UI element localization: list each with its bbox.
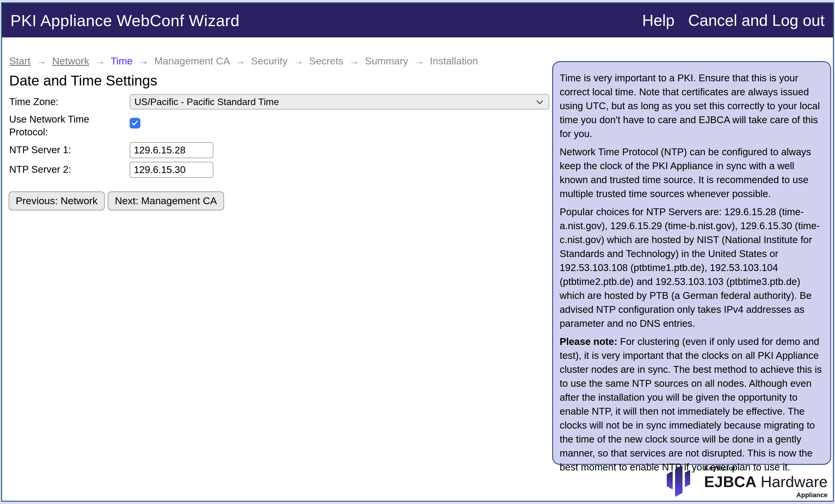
logo-ejbca-label: EJBCA bbox=[704, 473, 756, 490]
breadcrumb-item-start[interactable]: Start bbox=[9, 55, 30, 66]
breadcrumb-separator: → bbox=[36, 55, 46, 66]
breadcrumb-item-secrets: Secrets bbox=[309, 55, 343, 66]
logo-keyfactor-label: Keyfactor bbox=[704, 464, 828, 472]
breadcrumb-item-summary: Summary bbox=[365, 55, 408, 66]
keyfactor-logo-icon bbox=[667, 465, 696, 497]
ejbca-logo: Keyfactor EJBCA Hardware Appliance bbox=[667, 464, 828, 498]
logo-main-label: EJBCA Hardware bbox=[704, 473, 828, 490]
ntp-server-1-label: NTP Server 1: bbox=[9, 144, 130, 157]
app-title: PKI Appliance WebConf Wizard bbox=[11, 11, 240, 30]
breadcrumb-separator: → bbox=[293, 55, 303, 66]
ntp-server-2-label: NTP Server 2: bbox=[9, 163, 130, 176]
breadcrumb-item-installation: Installation bbox=[430, 55, 478, 66]
help-paragraph: Time is very important to a PKI. Ensure … bbox=[559, 71, 823, 141]
note-prefix: Please note: bbox=[559, 336, 617, 347]
breadcrumb-item-security: Security bbox=[251, 55, 287, 66]
breadcrumb-separator: → bbox=[349, 55, 359, 66]
ntp-server-1-input[interactable] bbox=[130, 142, 213, 158]
breadcrumb-separator: → bbox=[414, 55, 424, 66]
cancel-logout-link[interactable]: Cancel and Log out bbox=[688, 11, 824, 29]
page-frame: PKI Appliance WebConf Wizard Help Cancel… bbox=[1, 2, 834, 502]
timezone-select-wrap: US/Pacific - Pacific Standard Time bbox=[130, 94, 549, 109]
note-body: For clustering (even if only used for de… bbox=[559, 336, 822, 472]
timezone-select[interactable]: US/Pacific - Pacific Standard Time bbox=[130, 94, 549, 109]
checkmark-icon bbox=[132, 119, 138, 125]
logo-appliance-label: Appliance bbox=[796, 491, 828, 499]
previous-button[interactable]: Previous: Network bbox=[8, 191, 105, 210]
breadcrumb-item-time: Time bbox=[111, 55, 133, 66]
breadcrumb-separator: → bbox=[138, 55, 148, 66]
logo-text: Keyfactor EJBCA Hardware Appliance bbox=[704, 464, 828, 498]
ntp-checkbox[interactable] bbox=[130, 118, 140, 128]
help-panel: Time is very important to a PKI. Ensure … bbox=[552, 61, 831, 465]
help-paragraph: Popular choices for NTP Servers are: 129… bbox=[559, 205, 823, 330]
logo-hardware-label: Hardware bbox=[761, 473, 828, 490]
help-paragraph: Network Time Protocol (NTP) can be confi… bbox=[559, 145, 823, 201]
ntp-checkbox-label: Use Network Time Protocol: bbox=[9, 113, 130, 139]
ntp-server-2-input[interactable] bbox=[130, 162, 213, 178]
app-header: PKI Appliance WebConf Wizard Help Cancel… bbox=[2, 3, 833, 37]
breadcrumb-item-network[interactable]: Network bbox=[52, 55, 89, 66]
help-link[interactable]: Help bbox=[642, 11, 674, 29]
header-links: Help Cancel and Log out bbox=[642, 11, 824, 29]
breadcrumb-item-management-ca: Management CA bbox=[154, 55, 229, 66]
breadcrumb-separator: → bbox=[95, 55, 105, 66]
next-button[interactable]: Next: Management CA bbox=[108, 191, 224, 210]
timezone-label: Time Zone: bbox=[9, 96, 130, 108]
help-paragraph: Please note: For clustering (even if onl… bbox=[559, 335, 823, 474]
breadcrumb-separator: → bbox=[235, 55, 245, 66]
